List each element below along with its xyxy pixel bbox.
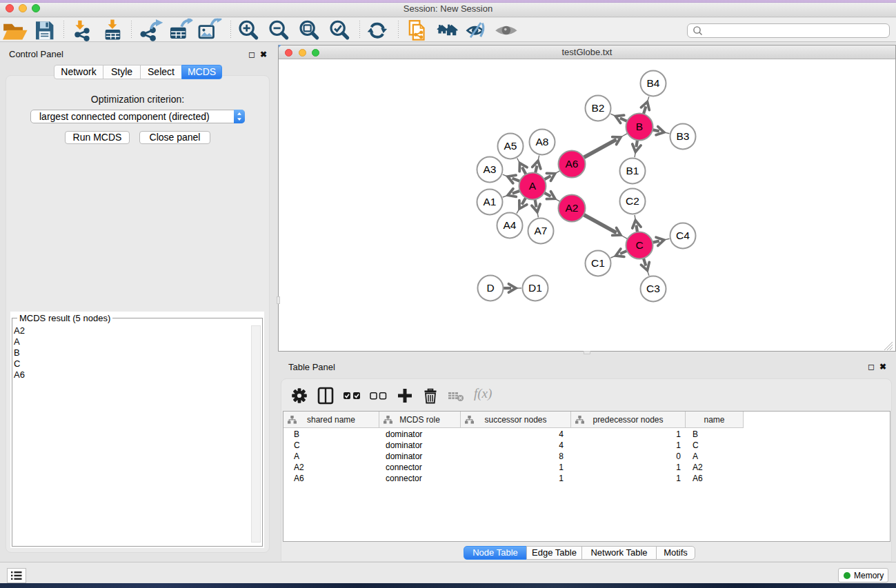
svg-text:A2: A2 [566,202,579,214]
svg-text:C4: C4 [676,230,690,241]
svg-text:C2: C2 [626,195,639,207]
svg-text:A5: A5 [504,140,517,152]
svg-text:D: D [486,282,494,294]
svg-text:D1: D1 [528,282,542,294]
svg-text:C: C [635,239,643,251]
svg-text:A1: A1 [484,196,497,207]
svg-text:B2: B2 [592,102,605,114]
svg-text:C3: C3 [646,283,660,294]
svg-text:B: B [636,121,643,132]
svg-text:A6: A6 [566,158,579,170]
svg-text:B4: B4 [647,77,660,89]
svg-text:B3: B3 [677,130,690,142]
svg-text:A8: A8 [536,136,549,148]
svg-text:A7: A7 [535,225,548,236]
svg-text:B1: B1 [626,165,639,176]
svg-text:A3: A3 [484,163,497,175]
svg-text:C1: C1 [591,257,605,269]
svg-text:A: A [529,180,537,192]
svg-text:A4: A4 [504,219,517,231]
